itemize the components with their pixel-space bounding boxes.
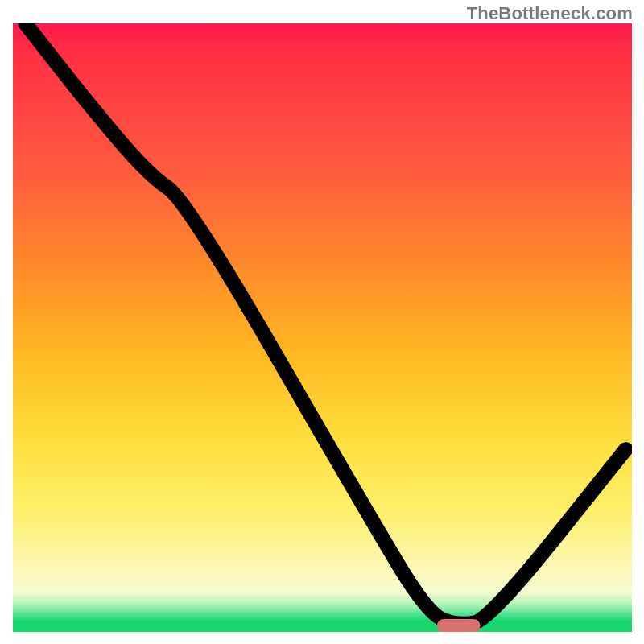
curve-group <box>25 23 625 632</box>
plot-area <box>13 23 632 632</box>
bottleneck-chart: TheBottleneck.com <box>0 0 644 644</box>
curve-layer <box>13 23 632 632</box>
attribution-label: TheBottleneck.com <box>467 3 633 24</box>
sweet-spot-marker <box>437 619 481 632</box>
bottleneck-curve <box>25 23 625 624</box>
